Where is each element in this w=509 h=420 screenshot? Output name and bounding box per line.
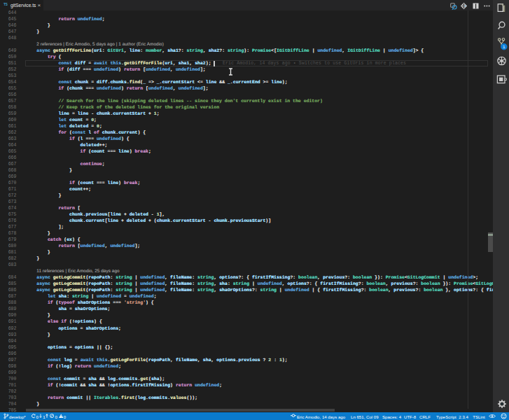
svg-text:1: 1: [503, 44, 505, 49]
